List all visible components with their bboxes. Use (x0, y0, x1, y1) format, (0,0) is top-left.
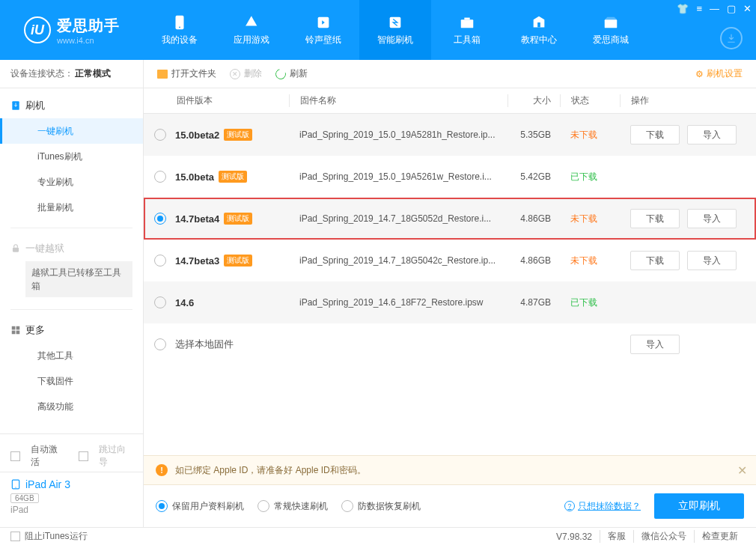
row-status: 已下载 (560, 296, 620, 309)
wechat-link[interactable]: 微信公众号 (633, 530, 694, 543)
option-radio[interactable] (156, 500, 168, 512)
erase-only-link[interactable]: ? 只想抹除数据？ (564, 500, 641, 513)
import-button[interactable]: 导入 (630, 335, 680, 354)
row-radio[interactable] (154, 171, 166, 183)
beta-tag: 测试版 (219, 171, 247, 183)
import-button[interactable]: 导入 (687, 125, 737, 144)
nav-icon (171, 14, 188, 31)
flash-now-button[interactable]: 立即刷机 (654, 493, 744, 519)
download-indicator-icon[interactable] (720, 27, 743, 49)
flash-settings-button[interactable]: ⚙ 刷机设置 (695, 67, 743, 80)
minimize-icon[interactable]: — (710, 3, 719, 14)
option-radio[interactable] (257, 500, 269, 512)
svg-point-1 (179, 26, 180, 28)
nav-item-3[interactable]: 智能刷机 (359, 0, 431, 60)
flash-option-1[interactable]: 常规快速刷机 (257, 500, 328, 513)
nav-icon (315, 14, 332, 31)
row-radio[interactable] (154, 213, 166, 225)
logo-icon: iU (24, 16, 51, 43)
download-button[interactable]: 下载 (630, 125, 680, 144)
nav-item-6[interactable]: 爱思商城 (575, 0, 647, 60)
nav-item-2[interactable]: 铃声壁纸 (287, 0, 359, 60)
sidebar-item-more-1[interactable]: 下载固件 (0, 368, 143, 394)
option-radio[interactable] (341, 500, 353, 512)
open-folder-button[interactable]: 打开文件夹 (157, 67, 216, 80)
row-version: 14.6 (175, 297, 289, 308)
sidebar-item-more-0[interactable]: 其他工具 (0, 343, 143, 368)
nav-label: 应用游戏 (234, 34, 269, 46)
maximize-icon[interactable]: ▢ (727, 3, 736, 14)
download-button[interactable]: 下载 (630, 209, 680, 228)
delete-icon: ✕ (230, 69, 240, 79)
firmware-row[interactable]: 14.6 iPad_Spring_2019_14.6_18F72_Restore… (144, 281, 756, 323)
row-radio[interactable] (154, 296, 166, 308)
support-link[interactable]: 客服 (600, 530, 633, 543)
nav-label: 教程中心 (521, 34, 557, 46)
table-header: 固件版本 固件名称 大小 状态 操作 (144, 88, 756, 114)
auto-activate-checkbox[interactable] (10, 451, 20, 461)
local-firmware-row[interactable]: 选择本地固件 导入 (144, 323, 756, 365)
flash-option-0[interactable]: 保留用户资料刷机 (156, 500, 244, 513)
nav-item-5[interactable]: 教程中心 (503, 0, 575, 60)
menu-icon[interactable]: ≡ (696, 3, 702, 14)
logo: iU 爱思助手 www.i4.cn (0, 16, 144, 45)
skip-guide-checkbox[interactable] (79, 451, 88, 461)
row-filename: iPad_Spring_2019_14.7_18G5042c_Restore.i… (289, 255, 507, 266)
nav-icon (603, 14, 619, 31)
col-status: 状态 (560, 94, 620, 107)
nav-item-0[interactable]: 我的设备 (144, 0, 216, 60)
help-icon: ? (564, 501, 575, 511)
firmware-row[interactable]: 14.7beta4 测试版 iPad_Spring_2019_14.7_18G5… (144, 198, 756, 240)
sidebar-item-more-2[interactable]: 高级功能 (0, 394, 143, 419)
row-version: 14.7beta4 测试版 (175, 213, 289, 225)
device-type: iPad (10, 505, 132, 515)
flash-option-2[interactable]: 防数据恢复刷机 (341, 500, 421, 513)
block-itunes-checkbox[interactable] (10, 532, 20, 541)
nav-item-4[interactable]: 工具箱 (431, 0, 503, 60)
firmware-row[interactable]: 15.0beta 测试版 iPad_Spring_2019_15.0_19A52… (144, 156, 756, 198)
sidebar-item-flash-1[interactable]: iTunes刷机 (0, 144, 143, 169)
delete-button[interactable]: ✕ 删除 (230, 67, 262, 80)
footer: 阻止iTunes运行 V7.98.32 客服 微信公众号 检查更新 (0, 527, 756, 545)
sidebar-group-jailbreak: 一键越狱 (0, 236, 143, 261)
nav-label: 工具箱 (454, 34, 481, 46)
firmware-row[interactable]: 14.7beta3 测试版 iPad_Spring_2019_14.7_18G5… (144, 240, 756, 281)
check-update-link[interactable]: 检查更新 (694, 530, 746, 543)
import-button[interactable]: 导入 (687, 209, 737, 228)
svg-rect-7 (605, 19, 618, 28)
toolbar: 打开文件夹 ✕ 删除 刷新 ⚙ 刷机设置 (144, 60, 756, 88)
refresh-button[interactable]: 刷新 (275, 67, 308, 80)
status-label: 设备连接状态： (10, 67, 73, 80)
firmware-table-body: 15.0beta2 测试版 iPad_Spring_2019_15.0_19A5… (144, 114, 756, 455)
close-icon[interactable]: ✕ (743, 3, 752, 14)
sidebar-group-flash: 刷机 (0, 93, 143, 118)
nav-label: 我的设备 (162, 34, 198, 46)
firmware-row[interactable]: 15.0beta2 测试版 iPad_Spring_2019_15.0_19A5… (144, 114, 756, 156)
col-ops: 操作 (620, 94, 746, 107)
row-filename: iPad_Spring_2019_15.0_19A5281h_Restore.i… (289, 130, 507, 140)
warning-text: 如已绑定 Apple ID，请准备好 Apple ID和密码。 (175, 464, 366, 477)
auto-activate-label: 自动激活 (31, 443, 65, 469)
nav-item-1[interactable]: 应用游戏 (216, 0, 287, 60)
lock-icon (10, 243, 21, 254)
svg-rect-11 (16, 326, 20, 330)
nav-icon (387, 14, 403, 31)
connection-status: 设备连接状态： 正常模式 (0, 60, 143, 88)
col-name: 固件名称 (289, 94, 507, 107)
import-button[interactable]: 导入 (687, 251, 737, 270)
sidebar-item-flash-3[interactable]: 批量刷机 (0, 195, 143, 220)
row-radio[interactable] (154, 338, 166, 350)
sidebar-item-flash-0[interactable]: 一键刷机 (0, 118, 143, 144)
row-radio[interactable] (154, 129, 166, 141)
sidebar-item-flash-2[interactable]: 专业刷机 (0, 169, 143, 195)
nav-icon (243, 14, 260, 31)
shirt-icon[interactable]: 👕 (677, 3, 689, 14)
svg-rect-9 (13, 248, 19, 252)
row-filename: iPad_Spring_2019_14.7_18G5052d_Restore.i… (289, 213, 507, 224)
row-radio[interactable] (154, 255, 166, 267)
download-button[interactable]: 下载 (630, 251, 680, 270)
svg-rect-5 (464, 17, 469, 19)
device-panel[interactable]: iPad Air 3 64GB iPad (0, 472, 143, 521)
device-storage: 64GB (10, 493, 39, 503)
warning-close-icon[interactable]: ✕ (737, 463, 747, 478)
